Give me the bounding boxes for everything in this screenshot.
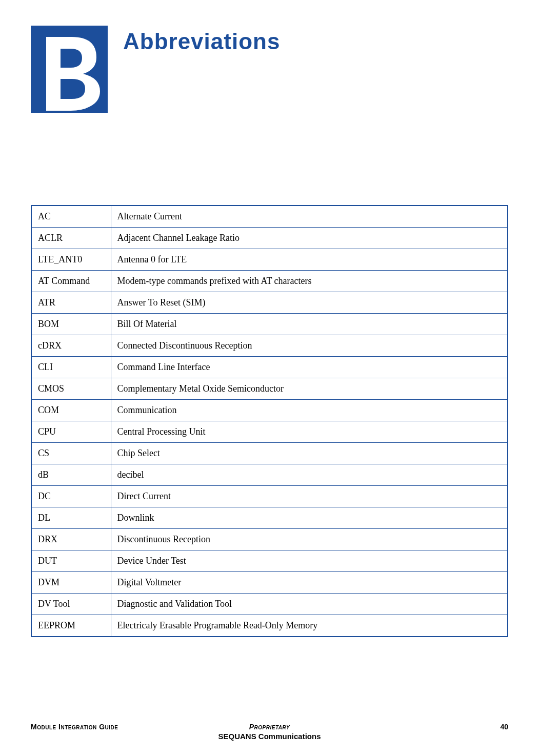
- table-row: ACLRAdjacent Channel Leakage Ratio: [31, 228, 508, 249]
- def-cell: Device Under Test: [111, 550, 508, 572]
- table-row: EEPROMElectricaly Erasable Programable R…: [31, 615, 508, 637]
- table-row: dBdecibel: [31, 464, 508, 486]
- def-cell: decibel: [111, 464, 508, 486]
- def-cell: Modem-type commands prefixed with AT cha…: [111, 271, 508, 292]
- table-row: AT CommandModem-type commands prefixed w…: [31, 271, 508, 292]
- term-cell: AT Command: [31, 271, 111, 292]
- term-cell: CLI: [31, 357, 111, 378]
- def-cell: Direct Current: [111, 486, 508, 507]
- def-cell: Downlink: [111, 507, 508, 529]
- table-row: DLDownlink: [31, 507, 508, 529]
- table-row: DCDirect Current: [31, 486, 508, 507]
- table-row: DVMDigital Voltmeter: [31, 572, 508, 594]
- term-cell: CS: [31, 443, 111, 464]
- def-cell: Command Line Interface: [111, 357, 508, 378]
- term-cell: CPU: [31, 421, 111, 443]
- table-row: CMOSComplementary Metal Oxide Semiconduc…: [31, 378, 508, 400]
- footer-line-1: Module Integration Guide Proprietary 40: [31, 723, 508, 731]
- def-cell: Bill Of Material: [111, 314, 508, 335]
- term-cell: AC: [31, 206, 111, 228]
- def-cell: Discontinuous Reception: [111, 529, 508, 550]
- term-cell: DUT: [31, 550, 111, 572]
- table-row: DV ToolDiagnostic and Validation Tool: [31, 594, 508, 615]
- term-cell: CMOS: [31, 378, 111, 400]
- term-cell: DC: [31, 486, 111, 507]
- term-cell: DV Tool: [31, 594, 111, 615]
- term-cell: DRX: [31, 529, 111, 550]
- def-cell: Connected Discontinuous Reception: [111, 335, 508, 357]
- footer-left: Module Integration Guide: [31, 723, 118, 731]
- table-row: cDRXConnected Discontinuous Reception: [31, 335, 508, 357]
- table-row: CSChip Select: [31, 443, 508, 464]
- def-cell: Answer To Reset (SIM): [111, 292, 508, 314]
- def-cell: Complementary Metal Oxide Semiconductor: [111, 378, 508, 400]
- table-row: LTE_ANT0Antenna 0 for LTE: [31, 249, 508, 271]
- table-row: ACAlternate Current: [31, 206, 508, 228]
- def-cell: Chip Select: [111, 443, 508, 464]
- footer-center: Proprietary: [249, 723, 290, 731]
- def-cell: Alternate Current: [111, 206, 508, 228]
- table-row: DRXDiscontinuous Reception: [31, 529, 508, 550]
- table-row: CPUCentral Processing Unit: [31, 421, 508, 443]
- term-cell: DL: [31, 507, 111, 529]
- term-cell: LTE_ANT0: [31, 249, 111, 271]
- footer: Module Integration Guide Proprietary 40 …: [0, 723, 539, 741]
- page: Abbreviations ACAlternate Current ACLRAd…: [0, 0, 539, 637]
- term-cell: EEPROM: [31, 615, 111, 637]
- term-cell: dB: [31, 464, 111, 486]
- page-title: Abbreviations: [123, 29, 280, 54]
- footer-line-2: SEQUANS Communications: [31, 732, 508, 741]
- def-cell: Digital Voltmeter: [111, 572, 508, 594]
- header: Abbreviations: [31, 26, 508, 113]
- table-row: CLICommand Line Interface: [31, 357, 508, 378]
- table-row: BOMBill Of Material: [31, 314, 508, 335]
- term-cell: DVM: [31, 572, 111, 594]
- term-cell: ACLR: [31, 228, 111, 249]
- def-cell: Antenna 0 for LTE: [111, 249, 508, 271]
- table-row: ATRAnswer To Reset (SIM): [31, 292, 508, 314]
- table-row: COMCommunication: [31, 400, 508, 421]
- def-cell: Communication: [111, 400, 508, 421]
- appendix-letter-icon: [31, 26, 108, 113]
- term-cell: cDRX: [31, 335, 111, 357]
- def-cell: Diagnostic and Validation Tool: [111, 594, 508, 615]
- table-body: ACAlternate Current ACLRAdjacent Channel…: [31, 206, 508, 637]
- page-number: 40: [500, 723, 508, 731]
- def-cell: Adjacent Channel Leakage Ratio: [111, 228, 508, 249]
- abbreviations-table: ACAlternate Current ACLRAdjacent Channel…: [31, 205, 508, 637]
- table-row: DUTDevice Under Test: [31, 550, 508, 572]
- term-cell: BOM: [31, 314, 111, 335]
- def-cell: Central Processing Unit: [111, 421, 508, 443]
- term-cell: COM: [31, 400, 111, 421]
- def-cell: Electricaly Erasable Programable Read-On…: [111, 615, 508, 637]
- term-cell: ATR: [31, 292, 111, 314]
